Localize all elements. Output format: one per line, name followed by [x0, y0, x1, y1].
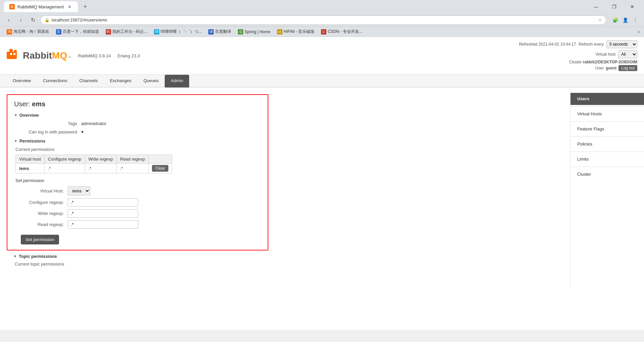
- write-regexp-input[interactable]: [68, 209, 138, 218]
- restore-btn[interactable]: ❐: [606, 2, 622, 12]
- lock-icon: 🔒: [45, 18, 50, 22]
- perm-configure: .*: [44, 164, 85, 173]
- nav-connections[interactable]: Connections: [37, 75, 73, 88]
- bookmark-fanyi-label: 百度翻译: [215, 29, 231, 35]
- refresh-select[interactable]: 5 seconds 10 seconds 30 seconds 60 secon…: [606, 40, 637, 48]
- perm-read: .*: [117, 164, 149, 173]
- nav-queues[interactable]: Queues: [138, 75, 165, 88]
- sidebar-item-policies[interactable]: Policies: [571, 138, 644, 150]
- bookmark-hifini[interactable]: H HiFiNi - 音乐磁场: [274, 28, 317, 36]
- app-logo: [7, 49, 23, 62]
- tags-label: Tags: [21, 121, 81, 126]
- permissions-header[interactable]: ▼ Permissions: [14, 138, 261, 144]
- user-value: guest: [606, 66, 616, 70]
- address-bar[interactable]: 🔒 localhost:15672/#/users/ems ☆: [40, 15, 606, 25]
- form-read-label: Read regexp:: [21, 222, 68, 227]
- svg-rect-3: [9, 49, 13, 54]
- current-permissions-label: Current permissions: [15, 147, 261, 152]
- form-vhost-label: Virtual Host:: [21, 188, 68, 193]
- bookmark-bilibili[interactable]: 哔 哔哩哔哩（゜-゜）つ...: [151, 28, 204, 36]
- sidebar-item-feature-flags[interactable]: Feature Flags: [571, 123, 644, 135]
- tab-title: RabbitMQ Management: [17, 4, 64, 9]
- set-permission-form: Virtual Host: /ems All Configure regexp:…: [21, 186, 261, 244]
- svg-rect-5: [10, 53, 12, 55]
- bookmark-fanyi-icon: 译: [208, 29, 214, 35]
- bookmark-hifini-icon: H: [277, 29, 282, 35]
- perm-write: .*: [85, 164, 116, 173]
- clear-permission-btn[interactable]: Clear: [152, 165, 168, 172]
- set-permission-label: Set permission: [15, 178, 261, 183]
- col-action: [149, 155, 172, 164]
- form-read-row: Read regexp:: [21, 220, 261, 229]
- bookmark-hifini-label: HiFiNi - 音乐磁场: [284, 29, 314, 35]
- new-tab-btn[interactable]: +: [80, 2, 90, 11]
- logout-btn[interactable]: Log out: [619, 65, 637, 71]
- bookmark-taobao[interactable]: 淘 淘宝网 - 淘！我喜欢: [4, 28, 52, 36]
- reload-btn[interactable]: ↻: [28, 15, 38, 25]
- topic-header-label: Topic permissions: [19, 254, 57, 259]
- bookmark-spring[interactable]: S Spring | Home: [235, 28, 273, 36]
- read-regexp-input[interactable]: [68, 220, 138, 229]
- nav-overview[interactable]: Overview: [7, 75, 37, 88]
- vhost-select[interactable]: All /ems: [618, 50, 637, 58]
- overview-header[interactable]: ▼ Overview: [14, 113, 261, 118]
- bookmarks-more[interactable]: »: [638, 30, 640, 34]
- nav-exchanges[interactable]: Exchanges: [104, 75, 137, 88]
- window-controls: — ❐ ✕: [588, 2, 640, 12]
- extensions-icon[interactable]: 🧩: [610, 15, 620, 25]
- overview-tags-row: Tags administrator: [21, 121, 261, 126]
- set-permission-btn[interactable]: Set permission: [21, 235, 59, 244]
- account-icon[interactable]: 👤: [621, 15, 630, 25]
- back-btn[interactable]: ‹: [4, 15, 13, 25]
- bookmark-bilibili-label: 哔哩哔哩（゜-゜）つ...: [161, 29, 202, 35]
- cluster-value: rabbit@DESKTOP-2OBSOIM: [583, 60, 637, 64]
- vhost-label: Virtual host: [595, 52, 615, 57]
- star-icon[interactable]: ☆: [598, 17, 602, 22]
- main-layout: User: ems ▼ Overview Tags administrator: [0, 88, 644, 289]
- forward-btn[interactable]: ›: [16, 15, 25, 25]
- svg-rect-6: [13, 53, 15, 55]
- overview-section: ▼ Overview Tags administrator Can log in…: [14, 113, 261, 136]
- menu-icon[interactable]: ⋮: [631, 15, 640, 25]
- col-read: Read regexp: [117, 155, 149, 164]
- tab-close-btn[interactable]: ✕: [66, 4, 72, 10]
- nav-channels[interactable]: Channels: [73, 75, 104, 88]
- user-title-name: ems: [32, 100, 45, 108]
- topic-header[interactable]: ▼ Topic permissions: [13, 254, 262, 259]
- configure-regexp-input[interactable]: [68, 198, 138, 207]
- bookmark-csdn-label: CSDN - 专业开发...: [328, 29, 362, 35]
- bookmark-gitee[interactable]: 码 我的工作台 - 码云...: [103, 28, 150, 36]
- sidebar-divider-5: [571, 167, 644, 167]
- cluster-label: Cluster: [569, 60, 582, 64]
- permissions-collapse-icon: ▼: [14, 139, 17, 143]
- sidebar-item-limits[interactable]: Limits: [571, 153, 644, 165]
- form-vhost-select[interactable]: /ems All: [68, 186, 90, 195]
- svg-text:R: R: [11, 5, 13, 9]
- content-area: User: ems ▼ Overview Tags administrator: [0, 88, 570, 289]
- sidebar-item-users[interactable]: Users: [571, 93, 644, 105]
- col-configure: Configure regexp: [44, 155, 85, 164]
- nav-admin[interactable]: Admin: [165, 75, 189, 88]
- bookmarks-bar: 淘 淘宝网 - 淘！我喜欢 百 百度一下，你就知道 码 我的工作台 - 码云..…: [0, 27, 644, 37]
- perm-action: Clear: [149, 164, 172, 173]
- bookmark-csdn[interactable]: C CSDN - 专业开发...: [318, 28, 365, 36]
- close-btn[interactable]: ✕: [625, 2, 640, 12]
- sidebar-item-virtual-hosts[interactable]: Virtual Hosts: [571, 108, 644, 120]
- user-title: User: ems: [14, 100, 261, 108]
- sidebar-item-cluster[interactable]: Cluster: [571, 168, 644, 180]
- minimize-btn[interactable]: —: [588, 2, 604, 12]
- bookmark-fanyi[interactable]: 译 百度翻译: [206, 28, 234, 36]
- bookmark-spring-icon: S: [238, 29, 243, 35]
- rabbitmq-logo-svg: [7, 49, 23, 62]
- permissions-table-header-row: Virtual host Configure regexp Write rege…: [16, 155, 172, 164]
- user-title-prefix: User:: [14, 100, 30, 108]
- logo-mq: MQ: [52, 50, 67, 61]
- browser-chrome: R RabbitMQ Management ✕ + — ❐ ✕ ‹ › ↻ 🔒 …: [0, 0, 644, 37]
- current-topic-label: Current topic permissions: [15, 262, 262, 267]
- overview-login-row: Can log in with password •: [21, 128, 261, 136]
- browser-tab[interactable]: R RabbitMQ Management ✕: [4, 1, 78, 12]
- bookmark-baidu[interactable]: 百 百度一下，你就知道: [53, 28, 102, 36]
- rabbitmq-app: Rabbit MQ ™ RabbitMQ 3.8.14 Erlang 23.3 …: [0, 37, 644, 330]
- overview-header-label: Overview: [19, 113, 39, 118]
- bookmark-spring-label: Spring | Home: [245, 30, 270, 34]
